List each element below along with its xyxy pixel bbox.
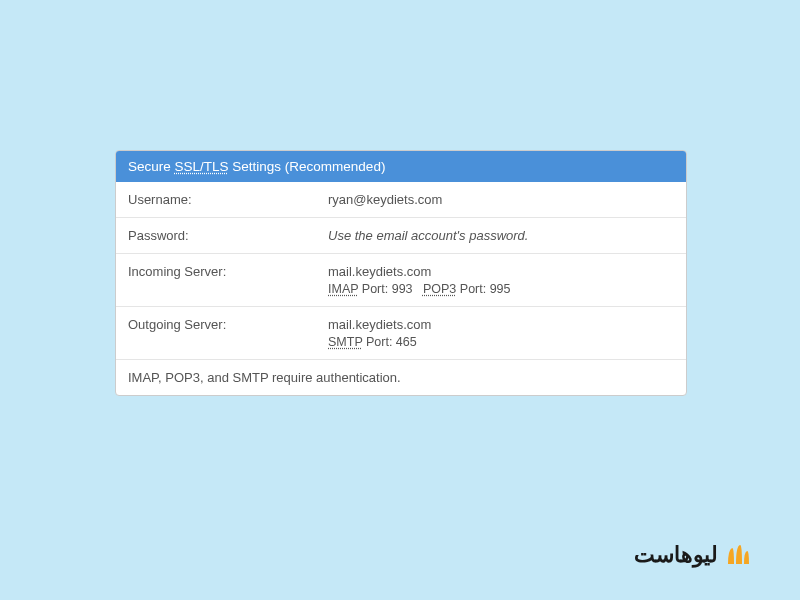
incoming-ports: IMAP Port: 993 POP3 Port: 995 [328, 282, 674, 296]
password-row: Password: Use the email account's passwo… [116, 218, 686, 254]
brand-logo-icon [724, 542, 750, 568]
brand-text: لیوهاست [634, 542, 718, 568]
outgoing-label: Outgoing Server: [128, 317, 328, 349]
header-suffix: Settings (Recommended) [229, 159, 386, 174]
header-prefix: Secure [128, 159, 175, 174]
branding: لیوهاست [634, 542, 750, 568]
username-row: Username: ryan@keydiets.com [116, 182, 686, 218]
incoming-label: Incoming Server: [128, 264, 328, 296]
outgoing-server-row: Outgoing Server: mail.keydiets.com SMTP … [116, 307, 686, 360]
pop3-abbr: POP3 [423, 282, 456, 296]
panel-header: Secure SSL/TLS Settings (Recommended) [116, 151, 686, 182]
incoming-server: mail.keydiets.com [328, 264, 674, 279]
imap-port: Port: 993 [358, 282, 412, 296]
pop3-port: Port: 995 [456, 282, 510, 296]
settings-panel: Secure SSL/TLS Settings (Recommended) Us… [115, 150, 687, 396]
smtp-abbr: SMTP [328, 335, 363, 349]
password-label: Password: [128, 228, 328, 243]
incoming-server-row: Incoming Server: mail.keydiets.com IMAP … [116, 254, 686, 307]
smtp-port: Port: 465 [363, 335, 417, 349]
username-value: ryan@keydiets.com [328, 192, 674, 207]
password-value: Use the email account's password. [328, 228, 528, 243]
outgoing-ports: SMTP Port: 465 [328, 335, 674, 349]
incoming-value: mail.keydiets.com IMAP Port: 993 POP3 Po… [328, 264, 674, 296]
username-label: Username: [128, 192, 328, 207]
header-abbr: SSL/TLS [175, 159, 229, 174]
imap-abbr: IMAP [328, 282, 358, 296]
outgoing-value: mail.keydiets.com SMTP Port: 465 [328, 317, 674, 349]
outgoing-server: mail.keydiets.com [328, 317, 674, 332]
auth-note: IMAP, POP3, and SMTP require authenticat… [116, 360, 686, 395]
